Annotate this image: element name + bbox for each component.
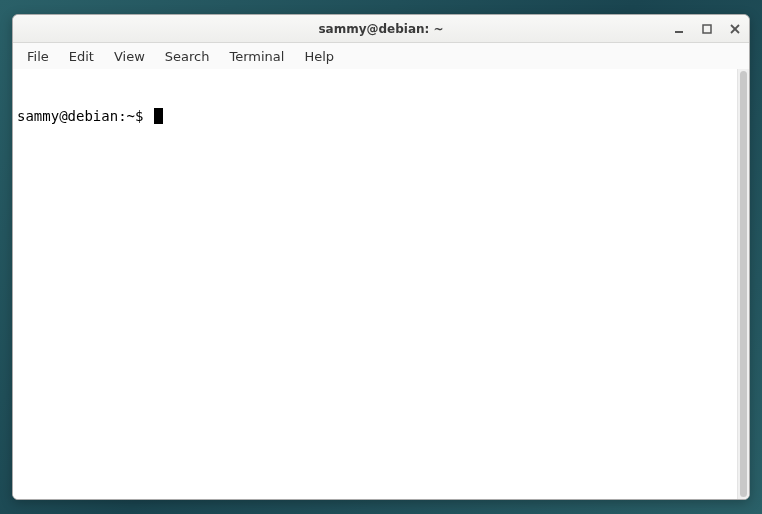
menu-view[interactable]: View xyxy=(104,45,155,68)
minimize-icon xyxy=(674,24,684,34)
menubar: File Edit View Search Terminal Help xyxy=(13,43,749,69)
terminal-content[interactable]: sammy@debian:~$ xyxy=(13,69,737,499)
menu-edit[interactable]: Edit xyxy=(59,45,104,68)
maximize-button[interactable] xyxy=(699,21,715,37)
vertical-scrollbar[interactable] xyxy=(737,69,749,499)
terminal-cursor xyxy=(154,108,163,124)
window-title: sammy@debian: ~ xyxy=(318,22,443,36)
menu-search[interactable]: Search xyxy=(155,45,220,68)
svg-rect-1 xyxy=(703,25,711,33)
window-controls xyxy=(671,15,743,43)
prompt-line: sammy@debian:~$ xyxy=(17,107,733,125)
terminal-area[interactable]: sammy@debian:~$ xyxy=(13,69,749,499)
menu-terminal[interactable]: Terminal xyxy=(219,45,294,68)
close-icon xyxy=(730,24,740,34)
minimize-button[interactable] xyxy=(671,21,687,37)
prompt-text: sammy@debian:~$ xyxy=(17,107,152,125)
terminal-window: sammy@debian: ~ File Edit View xyxy=(12,14,750,500)
maximize-icon xyxy=(702,24,712,34)
menu-help[interactable]: Help xyxy=(294,45,344,68)
scrollbar-thumb[interactable] xyxy=(740,71,747,497)
svg-rect-0 xyxy=(675,31,683,33)
close-button[interactable] xyxy=(727,21,743,37)
menu-file[interactable]: File xyxy=(17,45,59,68)
titlebar[interactable]: sammy@debian: ~ xyxy=(13,15,749,43)
